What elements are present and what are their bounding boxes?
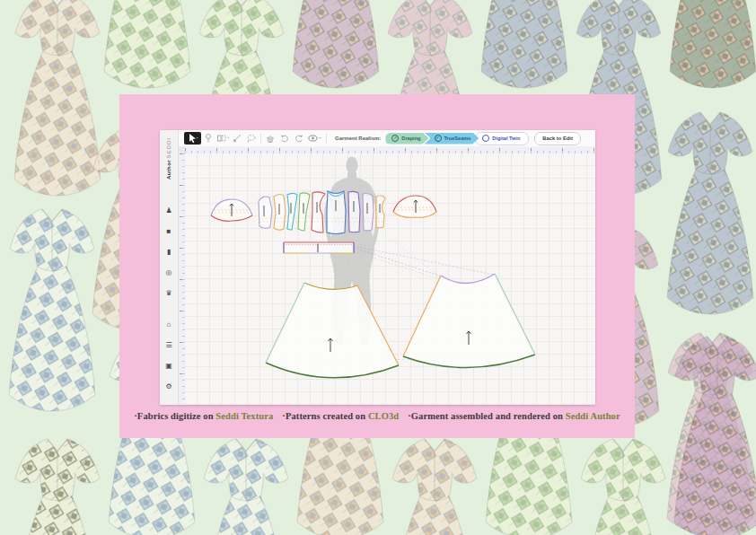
realism-steps: ✓Draping✓TrueSeamsDigital Twin: [385, 133, 529, 145]
dress-illustration: [286, 0, 386, 93]
sleeve-piece-right[interactable]: [393, 196, 436, 217]
dress-illustration: [573, 436, 673, 535]
fabric-icon[interactable]: ■: [160, 221, 178, 241]
dress-illustration: [667, 334, 756, 535]
visibility-button[interactable]: [306, 132, 324, 145]
caption-brand: Seddi Author: [566, 411, 620, 421]
dress-illustration: [97, 0, 198, 93]
page: Author SEDDI ♟■▮◎♛⌂☰▣⚙: [0, 0, 756, 535]
skirt-piece-back[interactable]: [403, 274, 535, 368]
accessories-icon[interactable]: ♛: [160, 283, 178, 303]
pattern-canvas[interactable]: [185, 153, 595, 405]
step-digital-twin[interactable]: Digital Twin: [475, 132, 529, 145]
hand-icon: [265, 133, 276, 144]
sidebar-icon-list: ♟■▮◎♛⌂☰▣⚙: [160, 200, 178, 397]
check-circle-icon: ✓: [391, 135, 399, 142]
step-label: Digital Twin: [492, 136, 520, 141]
lasso-tool-button[interactable]: [244, 132, 259, 145]
brush-icon: [232, 133, 242, 144]
caption-text: ·Garment assembled and rendered on: [408, 411, 566, 421]
dress-illustration: [660, 110, 756, 320]
camera-icon[interactable]: ▣: [160, 355, 178, 376]
step-label: Draping: [401, 136, 420, 141]
back-to-edit-button[interactable]: Back to Edit: [534, 132, 581, 145]
stitch-icon[interactable]: ◎: [160, 262, 178, 283]
check-circle-icon: ✓: [435, 135, 442, 142]
pattern-piece-icon[interactable]: ▮: [160, 241, 178, 262]
redo-button[interactable]: [292, 132, 306, 145]
home-icon[interactable]: ⌂: [160, 314, 178, 335]
pin-icon: [203, 133, 214, 144]
undo-button[interactable]: [277, 132, 292, 145]
sculpt-tool-button[interactable]: [230, 132, 244, 145]
caption-text: ·Patterns created on: [282, 411, 368, 421]
dress-illustration: [7, 436, 108, 535]
pattern-scene: [185, 153, 595, 405]
toolbar: Garment Realism: ✓Draping✓TrueSeamsDigit…: [179, 130, 595, 147]
mannequin-icon[interactable]: ♟: [160, 200, 178, 221]
caption-segment: ·Garment assembled and rendered on Seddi…: [408, 411, 620, 421]
step-draping[interactable]: ✓Draping: [385, 133, 428, 145]
caption-brand: Seddi Textura: [215, 411, 273, 421]
redo-icon: [294, 133, 304, 144]
sleeve-piece-left[interactable]: [211, 199, 252, 221]
logo-seddi: SEDDI: [166, 137, 171, 158]
flip-icon: [216, 133, 230, 144]
toolbar-separator: [260, 134, 261, 144]
caption: ·Fabrics digitize on Seddi Textura·Patte…: [119, 411, 635, 421]
flip-tool-button[interactable]: [215, 132, 230, 145]
step-label: TrueSeams: [444, 136, 471, 141]
toolbar-separator: [326, 134, 327, 144]
garment-realism-label: Garment Realism:: [335, 136, 381, 141]
logo-author: Author: [166, 160, 171, 180]
lasso-icon: [246, 133, 257, 144]
undo-icon: [279, 133, 290, 144]
app-window: Author SEDDI ♟■▮◎♛⌂☰▣⚙: [160, 130, 595, 405]
bodice-panels[interactable]: [259, 191, 385, 234]
sidebar: Author SEDDI ♟■▮◎♛⌂☰▣⚙: [160, 130, 179, 405]
dress-illustration: [196, 436, 296, 535]
step-trueseams[interactable]: ✓TrueSeams: [425, 133, 479, 145]
skirt-piece-front[interactable]: [266, 283, 399, 378]
caption-text: ·Fabrics digitize on: [134, 411, 215, 421]
eye-icon: [307, 133, 323, 144]
empty-circle-icon: [482, 135, 489, 142]
caption-segment: ·Patterns created on CLO3d: [282, 411, 399, 421]
scene-list-icon[interactable]: ☰: [160, 335, 178, 355]
select-tool-button[interactable]: [184, 132, 201, 145]
cursor-icon: [187, 133, 199, 144]
pink-frame: Author SEDDI ♟■▮◎♛⌂☰▣⚙: [119, 94, 635, 438]
pan-tool-button[interactable]: [263, 132, 277, 145]
dress-illustration: [474, 0, 575, 93]
waistband-piece[interactable]: [284, 242, 354, 253]
caption-segment: ·Fabrics digitize on Seddi Textura: [134, 411, 273, 421]
settings-icon[interactable]: ⚙: [160, 376, 178, 397]
caption-brand: CLO3d: [368, 411, 399, 421]
dress-illustration: [663, 0, 756, 93]
dress-illustration: [384, 436, 485, 535]
pin-tool-button[interactable]: [201, 132, 215, 145]
app-logo: Author SEDDI: [163, 137, 175, 180]
